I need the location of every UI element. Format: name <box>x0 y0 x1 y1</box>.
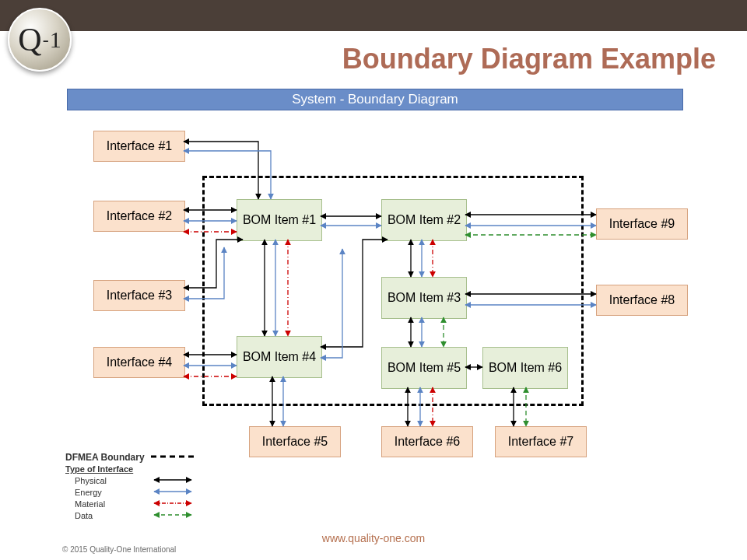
copyright: © 2015 Quality-One International <box>62 545 176 554</box>
bom-item-6: BOM Item #6 <box>482 347 568 389</box>
bom-item-4: BOM Item #4 <box>237 336 322 378</box>
bom-item-2: BOM Item #2 <box>381 199 467 241</box>
logo-dash: - <box>43 30 49 51</box>
interface-4: Interface #4 <box>93 347 185 378</box>
interface-6: Interface #6 <box>381 426 473 457</box>
diagram-banner: System - Boundary Diagram <box>67 89 683 110</box>
interface-9: Interface #9 <box>596 208 688 240</box>
page-title: Boundary Diagram Example <box>342 43 716 75</box>
legend-physical: Physical <box>62 475 148 487</box>
logo-q: Q <box>18 21 41 58</box>
interface-2: Interface #2 <box>93 201 185 232</box>
logo: Q - 1 <box>8 8 72 72</box>
legend-material: Material <box>62 499 148 510</box>
logo-one: 1 <box>50 26 61 53</box>
legend: DFMEA Boundary Type of Interface Physica… <box>62 451 198 521</box>
bom-item-3: BOM Item #3 <box>381 277 467 319</box>
legend-energy: Energy <box>62 487 148 499</box>
interface-3: Interface #3 <box>93 280 185 311</box>
top-bar <box>0 0 747 31</box>
legend-data: Data <box>62 510 148 522</box>
interface-7: Interface #7 <box>495 426 587 457</box>
diagram-canvas: Interface #1 Interface #2 Interface #3 I… <box>62 117 700 506</box>
interface-1: Interface #1 <box>93 131 185 162</box>
footer-url: www.quality-one.com <box>0 532 747 544</box>
legend-subhead: Type of Interface <box>62 464 198 475</box>
bom-item-1: BOM Item #1 <box>237 199 322 241</box>
legend-boundary-label: DFMEA Boundary <box>62 451 148 464</box>
interface-5: Interface #5 <box>249 426 341 457</box>
interface-8: Interface #8 <box>596 285 688 316</box>
bom-item-5: BOM Item #5 <box>381 347 467 389</box>
